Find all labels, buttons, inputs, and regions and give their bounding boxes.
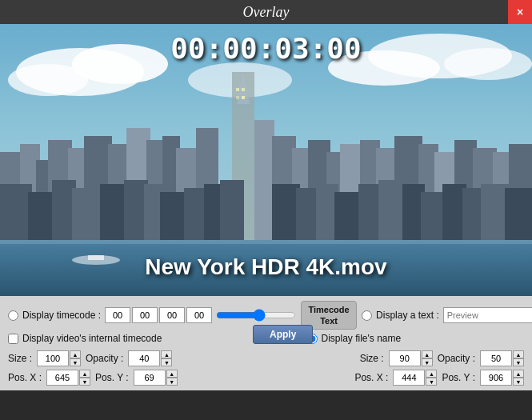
window-title: Overlay xyxy=(243,4,290,21)
left-pos-y-spinner: ▲ ▼ xyxy=(134,370,178,386)
svg-rect-49 xyxy=(220,180,244,240)
left-size-label: Size : xyxy=(8,353,32,364)
apply-row: Apply xyxy=(8,325,524,344)
svg-rect-50 xyxy=(272,184,300,240)
right-pos-x-label: Pos. X : xyxy=(354,372,388,383)
text-section-right: Display a text : xyxy=(362,307,532,323)
title-bar: Overlay × xyxy=(0,0,532,24)
close-button[interactable]: × xyxy=(508,0,532,24)
right-pos-x-down[interactable]: ▼ xyxy=(426,378,437,386)
svg-rect-60 xyxy=(481,184,509,240)
svg-rect-42 xyxy=(72,188,104,240)
svg-rect-40 xyxy=(28,192,56,240)
filename-display: New York HDR 4K.mov xyxy=(145,254,386,280)
left-size-spinner-buttons: ▲ ▼ xyxy=(70,350,81,366)
svg-rect-65 xyxy=(242,96,245,99)
right-pos-x-up[interactable]: ▲ xyxy=(426,370,437,378)
left-size-spinner: ▲ ▼ xyxy=(37,350,81,366)
left-pos-y-spinner-buttons: ▲ ▼ xyxy=(166,370,178,386)
timecode-slider[interactable] xyxy=(216,309,296,322)
control-row-4: Pos. X : ▲ ▼ Pos. Y : ▲ ▼ Pos. X : ▲ ▼ xyxy=(8,370,524,386)
right-pos-y-up[interactable]: ▲ xyxy=(513,370,524,378)
tc-seconds[interactable] xyxy=(159,307,185,323)
svg-rect-67 xyxy=(88,255,104,260)
left-pos-y-input[interactable] xyxy=(134,370,166,386)
right-pos-x-spinner: ▲ ▼ xyxy=(393,370,437,386)
right-size-up[interactable]: ▲ xyxy=(422,350,433,358)
left-pos-y-up[interactable]: ▲ xyxy=(166,370,178,378)
right-opacity-spinner-buttons: ▲ ▼ xyxy=(513,350,524,366)
left-opacity-spinner: ▲ ▼ xyxy=(128,350,172,366)
left-opacity-label: Opacity : xyxy=(86,353,123,364)
left-opacity-spinner-buttons: ▲ ▼ xyxy=(161,350,172,366)
right-opacity-up[interactable]: ▲ xyxy=(513,350,524,358)
timecode-label: Timecode xyxy=(308,305,349,314)
timecode-section-left: Display timecode : xyxy=(8,307,296,323)
left-opacity-input[interactable] xyxy=(128,350,160,366)
left-size-input[interactable] xyxy=(37,350,69,366)
apply-button[interactable]: Apply xyxy=(253,325,313,344)
right-opacity-spinner: ▲ ▼ xyxy=(480,350,524,366)
timecode-display: 00:00:03:00 xyxy=(170,32,361,65)
custom-text-input[interactable] xyxy=(443,307,532,323)
svg-rect-43 xyxy=(100,184,128,240)
right-opacity-label: Opacity : xyxy=(438,353,475,364)
right-opacity-input[interactable] xyxy=(480,350,512,366)
tc-minutes[interactable] xyxy=(132,307,158,323)
right-pos-x-input[interactable] xyxy=(393,370,425,386)
left-pos-x-up[interactable]: ▲ xyxy=(79,370,90,378)
svg-rect-39 xyxy=(0,184,32,240)
svg-rect-24 xyxy=(254,120,274,240)
left-pos-y-down[interactable]: ▼ xyxy=(166,378,178,386)
right-size-input[interactable] xyxy=(389,350,421,366)
left-pos-x-input[interactable] xyxy=(46,370,78,386)
left-pos-x-spinner-buttons: ▲ ▼ xyxy=(79,370,90,386)
right-pos-x-spinner-buttons: ▲ ▼ xyxy=(426,370,437,386)
left-pos-x-label: Pos. X : xyxy=(8,372,42,383)
right-size-spinner: ▲ ▼ xyxy=(389,350,433,366)
left-opacity-down[interactable]: ▼ xyxy=(161,358,172,366)
tc-hours[interactable] xyxy=(105,307,130,323)
right-size-down[interactable]: ▼ xyxy=(422,358,433,366)
timecode-radio-label[interactable]: Display timecode : xyxy=(22,310,101,321)
right-opacity-down[interactable]: ▼ xyxy=(513,358,524,366)
svg-rect-62 xyxy=(236,88,239,91)
svg-rect-64 xyxy=(236,96,239,99)
right-pos-y-input[interactable] xyxy=(480,370,512,386)
svg-rect-46 xyxy=(160,192,188,240)
svg-rect-61 xyxy=(505,188,532,240)
right-size-spinner-buttons: ▲ ▼ xyxy=(422,350,433,366)
left-size-up[interactable]: ▲ xyxy=(70,350,81,358)
svg-rect-55 xyxy=(378,180,406,240)
left-pos-x-down[interactable]: ▼ xyxy=(79,378,90,386)
control-row-3: Size : ▲ ▼ Opacity : ▲ ▼ Size : ▲ ▼ xyxy=(8,350,524,366)
left-pos-x-spinner: ▲ ▼ xyxy=(46,370,90,386)
left-size-down[interactable]: ▼ xyxy=(70,358,81,366)
svg-point-3 xyxy=(8,64,88,96)
right-pos-y-spinner-buttons: ▲ ▼ xyxy=(513,370,524,386)
svg-rect-53 xyxy=(334,192,362,240)
controls-panel: Display timecode : Timecode Text Display… xyxy=(0,296,532,390)
video-preview: 00:00:03:00 New York HDR 4K.mov xyxy=(0,24,532,296)
timecode-radio[interactable] xyxy=(8,310,18,321)
svg-rect-63 xyxy=(242,88,245,91)
text-radio[interactable] xyxy=(362,310,372,321)
svg-rect-9 xyxy=(0,240,532,244)
timecode-inputs xyxy=(105,307,212,323)
tc-frames[interactable] xyxy=(186,307,212,323)
right-size-label: Size : xyxy=(360,353,384,364)
svg-point-6 xyxy=(444,48,532,80)
left-pos-y-label: Pos. Y : xyxy=(95,372,129,383)
right-pos-y-spinner: ▲ ▼ xyxy=(480,370,524,386)
right-pos-y-down[interactable]: ▼ xyxy=(513,378,524,386)
text-radio-label[interactable]: Display a text : xyxy=(376,310,439,321)
left-opacity-up[interactable]: ▲ xyxy=(161,350,172,358)
right-pos-y-label: Pos. Y : xyxy=(442,372,475,383)
